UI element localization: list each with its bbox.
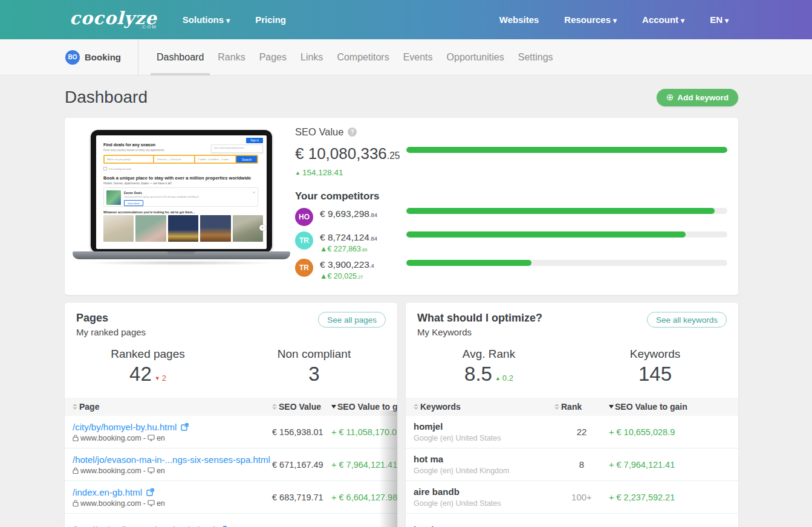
help-icon[interactable]: ? <box>348 128 357 137</box>
pages-card-subtitle: My ranked pages <box>76 327 146 337</box>
sort-seo-value-column[interactable]: SEO Value <box>272 402 331 412</box>
keyword-gain-value: + € 7,964,121.41 <box>609 460 738 470</box>
keywords-card-subtitle: My Keywords <box>417 327 542 337</box>
tab-settings[interactable]: Settings <box>518 39 553 76</box>
page-url-link[interactable]: /hotel/jo/evason-ma-in-...ngs-six-senses… <box>73 454 272 465</box>
keywords-count-stat: Keywords 145 <box>572 348 738 386</box>
mini-deal-card: Easter Deals Treat yourself this spring:… <box>103 187 258 207</box>
cocolyze-logo[interactable]: cocolyze .COM <box>70 10 157 30</box>
non-compliant-stat: Non compliant 3 <box>231 348 397 386</box>
nav-language[interactable]: EN▾ <box>710 15 729 25</box>
page-gain-value: + € 11,058,170.0 <box>331 427 397 437</box>
tab-pages[interactable]: Pages <box>259 39 287 76</box>
sort-keywords-column[interactable]: Keywords <box>406 402 554 412</box>
keyword-table-row[interactable]: hotrl 27 + € 1,119,308.61 <box>406 514 738 527</box>
competitor-avatar: TR <box>295 231 313 250</box>
page-gain-value: + € 6,604,127.98 <box>331 493 397 502</box>
caret-down-icon: ▾ <box>681 16 684 25</box>
page-gain-value: + € 2,300,911.43 <box>331 525 397 527</box>
mini-chevron-right-icon: › <box>259 225 265 231</box>
mini-strip-title: Whatever accommodations you're looking f… <box>103 210 195 214</box>
page-domain: www.booking.com- en <box>73 467 272 475</box>
page-head: Dashboard ⊕ Add keyword <box>65 88 738 107</box>
page-url-link[interactable]: /index.en-gb.html <box>73 487 272 497</box>
keyword-engine: Google (en) United States <box>406 434 554 442</box>
tab-competitors[interactable]: Competitors <box>337 39 389 76</box>
seo-value-delta: ▲154,128.41 <box>295 168 400 177</box>
tab-opportunities[interactable]: Opportunities <box>447 39 504 76</box>
keyword-rank: 27 <box>554 525 609 527</box>
seo-value-amount: € 10,080,336.25 <box>295 144 400 163</box>
pages-card: Pages My ranked pages See all pages Rank… <box>65 303 397 527</box>
competitor-avatar: HO <box>295 208 313 226</box>
mini-subheadline: From cozy country homes to funky city ap… <box>103 149 164 152</box>
competitor-bar <box>406 208 727 214</box>
site-name: Booking <box>85 52 121 62</box>
competitor-bar <box>406 231 727 238</box>
laptop-shadow <box>82 260 281 265</box>
keyword-gain-value: + € 2,237,592.21 <box>609 493 738 502</box>
sort-page-column[interactable]: Page <box>65 402 272 412</box>
mini-photo-strip <box>103 215 263 242</box>
tab-ranks[interactable]: Ranks <box>218 39 245 76</box>
mini-headline: Find deals for any season <box>103 143 155 147</box>
competitor-value: € 8,724,124.84 <box>320 232 377 243</box>
page-table-row[interactable]: /index.en-gb.html www.booking.com- en € … <box>65 481 397 514</box>
competitor-row: TR € 8,724,124.84 ▲€ 227,863.89 <box>295 231 400 253</box>
page-url-link[interactable]: /hotel/us/caribe-royale-orlando.html <box>73 525 272 527</box>
sort-icon <box>73 404 77 410</box>
property-photo <box>233 215 263 242</box>
seo-value-bars <box>406 118 727 295</box>
competitor-delta: ▲€ 20,025.27 <box>320 272 374 280</box>
page-seo-value: € 671,167.49 <box>272 460 331 470</box>
competitor-delta: ▲€ 227,863.89 <box>320 245 377 253</box>
ranked-pages-stat: Ranked pages 42▼2 <box>65 348 231 386</box>
lock-icon <box>73 435 79 441</box>
page-table-row[interactable]: /hotel/jo/evason-ma-in-...ngs-six-senses… <box>65 448 397 481</box>
see-all-keywords-button[interactable]: See all keywords <box>647 312 727 328</box>
page-seo-value: € 521,901.47 <box>272 525 331 527</box>
nav-pricing[interactable]: Pricing <box>255 15 286 25</box>
competitor-row: HO € 9,693,298.84 <box>295 208 400 226</box>
keyword-engine: Google (en) United Kingdom <box>406 467 554 475</box>
mini-signin-area: Sign in Get a more personalized search <box>211 138 263 153</box>
tab-events[interactable]: Events <box>403 39 433 76</box>
mini-destination-field: Where are you going? <box>105 156 154 163</box>
lock-icon <box>73 467 79 474</box>
sort-gain-column[interactable]: SEO Value to gain <box>609 402 738 412</box>
page-domain: www.booking.com- en <box>73 499 272 508</box>
mini-work-checkbox: I'm traveling for work <box>103 167 131 170</box>
arrow-up-icon: ▲ <box>295 170 300 176</box>
nav-resources[interactable]: Resources▾ <box>564 15 617 25</box>
nav-account[interactable]: Account▾ <box>642 15 684 25</box>
keyword-table-row[interactable]: hot ma Google (en) United Kingdom 8 + € … <box>406 448 738 481</box>
sort-rank-column[interactable]: Rank <box>554 402 609 412</box>
keyword-table-row[interactable]: homjel Google (en) United States 22 + € … <box>406 416 738 448</box>
mini-hero-subtitle: Hotels, homes, apartments, boats — we ha… <box>103 181 172 185</box>
caret-down-icon: ▾ <box>725 16 729 25</box>
nav-solutions[interactable]: Solutions▾ <box>183 15 230 25</box>
tab-dashboard[interactable]: Dashboard <box>157 39 204 76</box>
logo-suffix: .COM <box>70 25 157 30</box>
site-selector[interactable]: BO Booking <box>65 50 121 65</box>
property-photo <box>168 215 198 242</box>
keyword-name: homjel <box>406 421 554 432</box>
mini-signin-note: Get a more personalized search <box>211 144 263 153</box>
add-keyword-button[interactable]: ⊕ Add keyword <box>657 89 738 106</box>
keyword-table-row[interactable]: aire bandb Google (en) United States 100… <box>406 481 738 514</box>
see-all-pages-button[interactable]: See all pages <box>318 312 386 328</box>
tab-links[interactable]: Links <box>300 39 323 76</box>
page-table-row[interactable]: /hotel/us/caribe-royale-orlando.html € 5… <box>65 514 397 527</box>
mini-deal-photo <box>106 190 121 205</box>
page-url-link[interactable]: /city/by/homyel-by.hu.html <box>73 422 272 432</box>
laptop-screen-content: Find deals for any season From cozy coun… <box>96 135 267 249</box>
sort-icon <box>414 404 418 410</box>
keyword-gain-value: + € 10,655,028.9 <box>609 427 738 437</box>
nav-websites[interactable]: Websites <box>499 15 539 25</box>
page-title: Dashboard <box>65 88 148 107</box>
external-link-icon <box>146 488 154 496</box>
competitor-value: € 9,693,298.84 <box>320 209 377 219</box>
sort-gain-column[interactable]: SEO Value to gain <box>331 402 397 412</box>
page-table-row[interactable]: /city/by/homyel-by.hu.html www.booking.c… <box>65 416 397 448</box>
arrow-up-icon: ▲ <box>495 375 501 381</box>
